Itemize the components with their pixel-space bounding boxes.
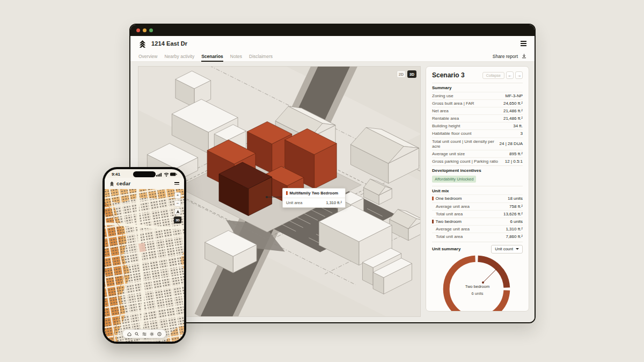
home-button[interactable] [127,332,131,336]
summary-section-header: Summary [432,83,523,92]
tab-nearby-activity[interactable]: Nearby activity [164,51,194,61]
search-icon [135,332,139,336]
app-window: 1214 East Dr OverviewNearby activityScen… [129,24,536,323]
donut-pointer-line [483,269,497,283]
donut-chart [432,250,523,312]
phone-screen: 9:41 [105,169,184,342]
close-window-icon[interactable] [136,28,140,32]
summary-rows: Zoning useMF-3-NPGross built area | FAR2… [432,92,523,165]
tab-scenarios[interactable]: Scenarios [201,51,223,61]
tooltip-marker-icon [286,191,288,195]
wifi-icon [164,172,169,177]
affordability-badge: Affordability Unlocked [432,176,476,183]
maximize-window-icon[interactable] [149,28,153,32]
info-icon [157,332,162,336]
tooltip-title: Multifamily Two Bedroom [290,191,339,196]
info-button[interactable] [157,332,162,336]
collapse-button[interactable]: Collapse [482,72,504,79]
data-row: Total unit area7,860 ft.² [432,233,523,240]
share-report-button[interactable]: Share report [493,54,526,59]
scenario-panel-header: Scenario 3 Collapse ← → [432,71,523,79]
download-icon[interactable] [522,54,526,59]
phone-map-image [105,189,184,342]
data-row: Building height34 ft. [432,122,523,129]
dynamic-island [133,171,156,177]
unit-mix-groups: One bedroom18 unitsAverage unit area758 … [432,194,523,240]
phone-app-name: cedar [116,180,130,186]
minimize-window-icon[interactable] [143,28,147,32]
unit-mix-section-header: Unit mix [432,186,523,195]
phone-map[interactable]: + − 3D [105,189,184,342]
incentives-section-header: Development incentives [432,165,523,175]
data-row: Gross parking count | Parking ratio12 | … [432,157,523,165]
view-3d-button[interactable]: 3D [407,70,416,78]
sliders-icon [142,332,147,336]
tab-disclaimers[interactable]: Disclaimers [249,51,273,61]
unit-group-header: One bedroom18 units [432,194,523,202]
settings-button[interactable] [150,332,154,336]
zoom-out-button[interactable]: − [174,200,181,207]
data-row: Average unit area1,310 ft.² [432,225,523,233]
scenario-panel: Scenario 3 Collapse ← → Summary Zoning u… [426,66,529,312]
unit-group-header: Two bedroom6 units [432,218,523,225]
data-row: Total unit count | Unit density per acre… [432,137,523,150]
cedar-logo-icon-small [109,181,114,186]
signal-icon [156,172,162,177]
building-tooltip: Multifamily Two Bedroom Unit area 1,310 … [282,188,346,208]
unit-marker-icon [432,197,434,200]
tab-bar-tabs: OverviewNearby activityScenariosNotesDis… [138,51,280,61]
view-toggle: 2D 3D [397,70,416,78]
status-icons [156,172,177,177]
tooltip-row-value: 1,310 ft.² [326,200,342,205]
navigation-arrow-icon [176,210,180,214]
phone-app-bar: cedar [105,178,184,189]
data-row: Net area21,486 ft.² [432,107,523,114]
page-title: 1214 East Dr [151,40,187,47]
next-scenario-button[interactable]: → [515,71,523,79]
tooltip-row-label: Unit area [286,200,302,205]
data-row: Rentable area21,486 ft.² [432,114,523,122]
data-row: Average unit area758 ft.² [432,202,523,210]
cedar-logo-icon [138,40,147,48]
main-content: 2D 3D Multifamily Two Bedroom Unit area … [130,62,535,322]
phone-toolbar [122,329,166,338]
phone-map-controls: + − 3D [174,192,181,223]
scenario-title: Scenario 3 [432,71,482,79]
phone-mockup: 9:41 [103,167,186,344]
battery-icon [170,172,177,176]
view-2d-button[interactable]: 2D [397,70,406,78]
unit-marker-icon [432,220,434,223]
home-icon [127,332,131,336]
tab-notes[interactable]: Notes [230,51,242,61]
filters-button[interactable] [142,332,147,336]
tab-bar: OverviewNearby activityScenariosNotesDis… [130,51,535,62]
zoom-in-button[interactable]: + [174,192,181,199]
unit-summary-chart: Two bedroom 6 units [432,256,523,312]
data-row: Gross built area | FAR24,650 ft.² [432,99,523,107]
share-report-label: Share report [493,54,518,59]
app-header: 1214 East Dr [130,36,535,51]
data-row: Average unit size895 ft.² [432,150,523,157]
donut-pointer-dot [482,281,484,284]
phone-menu-icon[interactable] [174,182,179,184]
tab-overview[interactable]: Overview [138,51,157,61]
gear-icon [150,332,154,336]
phone-3d-button[interactable]: 3D [174,216,181,223]
data-row: Zoning useMF-3-NP [432,92,523,99]
phone-status-bar: 9:41 [105,169,184,178]
menu-icon[interactable] [521,41,526,46]
status-time: 9:41 [112,172,120,177]
data-row: Total unit area13,626 ft.² [432,210,523,218]
locate-button[interactable] [174,208,181,215]
data-row: Habitable floor count3 [432,129,523,137]
window-titlebar [130,25,535,36]
previous-scenario-button[interactable]: ← [506,71,514,79]
search-button[interactable] [135,332,139,336]
